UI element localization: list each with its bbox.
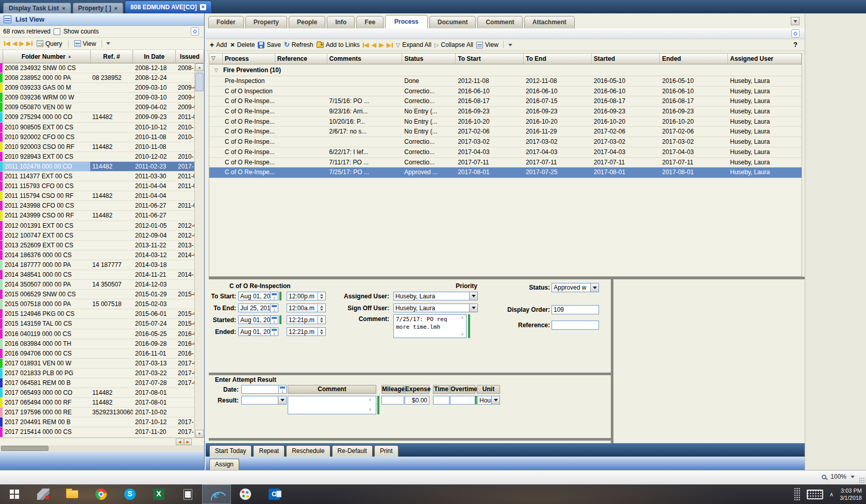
process-row[interactable]: C of O Re-Inspe...7/11/17: PO ...Correct… bbox=[209, 158, 802, 168]
dropdown-icon[interactable] bbox=[491, 396, 499, 404]
scroll-up-icon[interactable]: ▲ bbox=[195, 63, 204, 71]
previous-record-button[interactable]: ◀ bbox=[12, 41, 16, 46]
display-order-field[interactable]: 109 bbox=[552, 305, 599, 314]
tab-folder[interactable]: Folder bbox=[208, 16, 244, 28]
list-row[interactable]: 2015 006529 SNW 00 CS2015-01-292015-01-2 bbox=[0, 290, 204, 299]
to-start-date-field[interactable]: Aug 01, 2017 bbox=[238, 292, 278, 300]
list-row[interactable]: 2011 115794 CSO 00 RF1144822011-04-04 bbox=[0, 191, 204, 201]
list-row[interactable]: 2017 204491 REM 00 B2017-10-122017-10- bbox=[0, 417, 204, 427]
dropdown-icon[interactable] bbox=[590, 283, 598, 292]
calendar-icon[interactable] bbox=[270, 328, 278, 335]
list-row[interactable]: 2012 001391 EXT 00 CS2012-01-052012-01-0 bbox=[0, 221, 204, 231]
column-header[interactable]: In Date bbox=[133, 50, 176, 63]
action-button[interactable]: Re-Default bbox=[332, 445, 373, 457]
view-button[interactable]: View bbox=[476, 41, 498, 48]
reference-field[interactable] bbox=[552, 321, 599, 330]
list-row[interactable]: 2016 094706 000 00 CS2016-11-012016-11-0 bbox=[0, 349, 204, 359]
process-group-row[interactable]: ▽ Fire Prevention (10) bbox=[209, 64, 802, 76]
list-row[interactable]: 2011 102478 000 00 CO1144822011-02-23201… bbox=[0, 162, 204, 172]
tab-people[interactable]: People bbox=[289, 16, 325, 28]
process-row[interactable]: C of O Re-Inspe...10/20/16: P...No Entry… bbox=[209, 117, 802, 127]
filter-column-header[interactable]: ▽ bbox=[209, 54, 223, 64]
scroll-down-icon[interactable]: ∨ bbox=[461, 332, 464, 337]
column-header[interactable]: To End bbox=[524, 54, 592, 64]
tab-property[interactable]: Property bbox=[245, 16, 287, 28]
taskbar-icon-outlook[interactable] bbox=[260, 484, 289, 504]
zoom-dropdown-icon[interactable] bbox=[851, 476, 855, 478]
tab-close-icon[interactable]: × bbox=[114, 6, 118, 11]
next-process-button[interactable]: ▶ bbox=[379, 42, 384, 48]
column-header[interactable]: Folder Number▲ bbox=[3, 50, 91, 63]
action-button[interactable]: Repeat bbox=[253, 445, 285, 457]
process-row[interactable]: C of O Re-Inspe...2/6/17: no s...No Entr… bbox=[209, 127, 802, 137]
tab-close-icon[interactable]: × bbox=[200, 4, 206, 10]
page-right-icon[interactable]: ▶ bbox=[184, 439, 192, 445]
list-row[interactable]: 2017 197596 000 00 RE3529231300602017-10… bbox=[0, 408, 204, 417]
list-row[interactable]: 2015 143159 TAL 00 CS2015-07-242015-07-2 bbox=[0, 319, 204, 329]
list-row[interactable]: 2014 187777 000 00 PA14 1877772014-03-18 bbox=[0, 260, 204, 270]
list-row[interactable]: 2014 350507 000 00 PA14 3505072014-12-03 bbox=[0, 280, 204, 290]
taskbar-icon-file-explorer[interactable] bbox=[58, 484, 87, 504]
scroll-up-icon[interactable]: ∧ bbox=[369, 397, 372, 402]
list-row[interactable]: 2012 100747 EXT 00 CS2012-09-042012-09-0 bbox=[0, 231, 204, 241]
list-row[interactable]: 2016 040119 000 00 CS2016-05-252016-05-2 bbox=[0, 329, 204, 339]
list-row[interactable]: 2011 115793 CFO 00 CS2011-04-042011-04-0 bbox=[0, 181, 204, 191]
list-row[interactable]: 2017 065494 000 00 RF1144822017-08-01 bbox=[0, 398, 204, 408]
last-record-button[interactable]: ▶ bbox=[26, 41, 32, 46]
taskbar-icon-start[interactable] bbox=[0, 484, 29, 504]
action-button[interactable]: Start Today bbox=[209, 445, 252, 457]
list-row[interactable]: 2017 018931 VEN 00 W2017-03-132017-03- bbox=[0, 359, 204, 368]
document-tab[interactable]: Property [ ]× bbox=[73, 3, 123, 13]
add-button[interactable]: +Add bbox=[210, 41, 227, 48]
tab-attachment[interactable]: Attachment bbox=[524, 16, 575, 28]
taskbar-icon-chrome[interactable] bbox=[87, 484, 115, 504]
previous-process-button[interactable]: ◀ bbox=[372, 42, 376, 48]
scrollbar-thumb[interactable] bbox=[1, 446, 48, 451]
column-header[interactable]: Started bbox=[592, 54, 660, 64]
view-dropdown-icon[interactable] bbox=[508, 44, 512, 46]
scroll-down-icon[interactable]: ▼ bbox=[195, 430, 204, 438]
column-header[interactable]: Status bbox=[402, 54, 456, 64]
list-row[interactable]: 2016 083984 000 00 TH2016-09-282016-09-2 bbox=[0, 339, 204, 349]
column-header[interactable]: Ended bbox=[660, 54, 728, 64]
attempt-overtime-field[interactable] bbox=[450, 396, 475, 405]
first-record-button[interactable]: ◀ bbox=[4, 41, 10, 46]
list-row[interactable]: 2017 215414 000 00 CS2017-11-202017-11-2 bbox=[0, 427, 204, 437]
list-row[interactable]: 2008 234932 SNW 00 CS2008-12-182008-12-1 bbox=[0, 63, 204, 73]
document-tab[interactable]: Display Task List× bbox=[3, 3, 71, 13]
expand-panel-icon[interactable]: ◇ bbox=[791, 29, 800, 38]
list-row[interactable]: 2017 021833 PLB 00 PG2017-03-222017-03-2 bbox=[0, 368, 204, 378]
assigned-user-select[interactable]: Huseby, Laura bbox=[393, 292, 478, 300]
to-start-time-field[interactable]: 12:00p.m bbox=[287, 292, 326, 300]
taskbar-icon-excel[interactable] bbox=[144, 484, 173, 504]
dropdown-icon[interactable] bbox=[278, 396, 286, 404]
first-process-button[interactable]: ◀ bbox=[363, 42, 369, 48]
list-row[interactable]: 2010 920002 CFO 00 CS2010-11-082010-11-0 bbox=[0, 132, 204, 142]
column-header[interactable]: Ref. # bbox=[91, 50, 134, 63]
keyboard-icon[interactable] bbox=[807, 490, 823, 499]
calendar-icon[interactable] bbox=[270, 292, 278, 300]
scroll-up-icon[interactable]: ∧ bbox=[461, 315, 464, 320]
tab-overflow-icon[interactable] bbox=[791, 17, 800, 25]
attempt-mileage-field[interactable] bbox=[381, 396, 404, 405]
list-row[interactable]: 2010 928943 EXT 00 CS2010-12-022010-12-0 bbox=[0, 152, 204, 162]
list-row[interactable]: 2017 064581 REM 00 B2017-07-282017-07-2 bbox=[0, 378, 204, 388]
tab-close-icon[interactable]: × bbox=[62, 6, 65, 11]
to-end-date-field[interactable]: Jul 25, 2017 bbox=[238, 304, 278, 312]
save-button[interactable]: Save bbox=[258, 41, 280, 48]
last-process-button[interactable]: ▶ bbox=[387, 42, 392, 48]
status-select[interactable]: Approved w bbox=[552, 283, 599, 292]
page-left-icon[interactable]: ◀ bbox=[176, 439, 184, 445]
list-row[interactable]: 2009 275294 000 00 CO1144822009-09-23201… bbox=[0, 112, 204, 122]
ended-date-field[interactable]: Aug 01, 2017 bbox=[238, 327, 278, 336]
taskbar-icon-internet-explorer[interactable] bbox=[202, 484, 231, 504]
calendar-icon[interactable] bbox=[278, 385, 286, 393]
column-header[interactable]: Comments bbox=[327, 54, 403, 64]
list-row[interactable]: 2011 243998 CFO 00 CS2011-06-272011-06-2 bbox=[0, 201, 204, 211]
tab-document[interactable]: Document bbox=[429, 16, 476, 28]
list-row[interactable]: 2010 920003 CSO 00 RF1144822010-11-08 bbox=[0, 142, 204, 152]
refresh-button[interactable]: ↻Refresh bbox=[284, 41, 313, 48]
zoom-magnifier-icon[interactable] bbox=[822, 475, 826, 479]
expand-panel-icon[interactable]: ◇ bbox=[191, 27, 199, 36]
list-row[interactable]: 2013 252609 EXT 00 CS2013-11-222013-11-2 bbox=[0, 241, 204, 250]
